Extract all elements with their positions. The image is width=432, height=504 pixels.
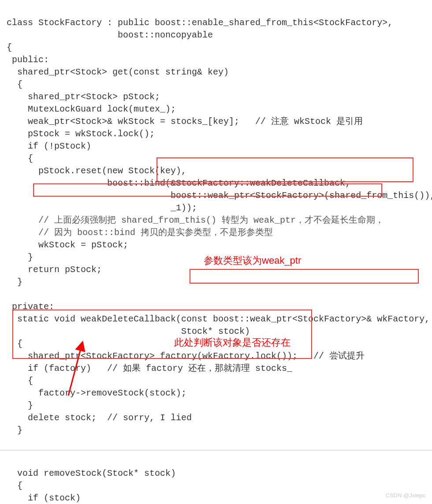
code-line: MutexLockGuard lock(mutex_); xyxy=(7,104,176,114)
code-line: boost::bind(&StockFactory::weakDeleteCal… xyxy=(7,178,350,188)
code-line: shared_ptr<StockFactory> factory(wkFacto… xyxy=(7,351,365,361)
code-line: return pStock; xyxy=(7,265,102,275)
code-line: wkStock = pStock; xyxy=(7,240,128,250)
code-line: delete stock; // sorry, I lied xyxy=(7,413,192,423)
code-line: { xyxy=(7,153,33,164)
code-line: { xyxy=(7,481,22,491)
code-line: } xyxy=(7,277,22,287)
code-line: weak_ptr<Stock>& wkStock = stocks_[key];… xyxy=(7,116,363,127)
code-line: // 因为 boost::bind 拷贝的是实参类型，不是形参类型 xyxy=(7,228,273,238)
code-line: void removeStock(Stock* stock) xyxy=(7,468,176,478)
code-line: Stock* stock) xyxy=(7,326,250,336)
annotation-param-type: 参数类型该为weak_ptr xyxy=(204,254,301,268)
code-block-top: class StockFactory : public boost::enabl… xyxy=(0,0,432,451)
code-line: { xyxy=(7,339,22,349)
code-line: { xyxy=(7,79,22,90)
code-line: if (factory) // 如果 factory 还在，那就清理 stock… xyxy=(7,363,292,373)
code-line: factory->removeStock(stock); xyxy=(7,388,186,398)
watermark-text: CSDN @Jxiepc xyxy=(386,492,426,500)
code-line: } xyxy=(7,400,33,411)
code-line: // 上面必须强制把 shared_from_this() 转型为 weak_p… xyxy=(7,215,384,225)
code-line: pStock = wkStock.lock(); xyxy=(7,129,155,139)
code-line: { xyxy=(7,376,33,386)
code-line: } xyxy=(7,252,33,262)
code-line: public: xyxy=(7,55,49,65)
code-line: } xyxy=(7,425,22,435)
code-line: boost::weak_ptr<StockFactory>(shared_fro… xyxy=(7,190,432,201)
code-line: pStock.reset(new Stock(key), xyxy=(7,166,186,176)
code-line: class StockFactory : public boost::enabl… xyxy=(7,18,393,28)
code-block-bottom: void removeStock(Stock* stock) { if (sto… xyxy=(0,451,432,504)
code-line: { xyxy=(7,42,12,52)
code-line: shared_ptr<Stock> get(const string& key) xyxy=(7,67,229,77)
code-line: boost::noncopyable xyxy=(7,30,213,40)
code-line: static void weakDeleteCallback(const boo… xyxy=(7,314,430,324)
code-line: if (stock) xyxy=(7,493,81,503)
code-line: _1)); xyxy=(7,203,197,213)
code-line: shared_ptr<Stock> pStock; xyxy=(7,92,160,102)
annotation-object-exists: 此处判断该对象是否还存在 xyxy=(174,336,290,350)
code-line: if (!pStock) xyxy=(7,141,91,151)
code-line: private: xyxy=(7,302,54,312)
